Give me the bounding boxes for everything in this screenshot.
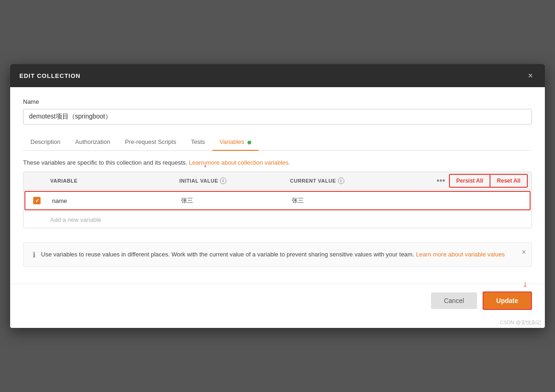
info-banner: ℹ Use variables to reuse values in diffe… <box>23 242 532 267</box>
variables-table-container: ↓ VARIABLE INITIAL VALUE i CU <box>23 172 532 228</box>
table-actions: ••• Persist All Reset All <box>433 172 531 190</box>
add-row-actions <box>504 215 531 225</box>
row-actions <box>502 196 530 205</box>
learn-more-variable-values-link[interactable]: Learn more about variable values <box>416 251 505 258</box>
variables-info-text: These variables are specific to this col… <box>23 159 532 166</box>
watermark: CSDN @安忱杂记 <box>10 317 545 328</box>
tab-tests[interactable]: Tests <box>183 134 212 151</box>
update-button-wrapper: ↓ Update <box>483 291 532 310</box>
learn-more-link[interactable]: Learn more about collection variables. <box>189 159 290 166</box>
dialog-title: EDIT COLLECTION <box>19 72 81 79</box>
variables-dot <box>248 141 251 144</box>
variables-table: VARIABLE INITIAL VALUE i CURRENT VALUE i… <box>23 172 532 228</box>
edit-collection-dialog: EDIT COLLECTION × Name Description Autho… <box>10 64 545 328</box>
th-checkbox <box>24 172 47 190</box>
row-initial-value[interactable]: 张三 <box>177 192 288 209</box>
banner-close-button[interactable]: × <box>522 248 526 256</box>
tab-bar: Description Authorization Pre-request Sc… <box>23 134 532 151</box>
tab-variables[interactable]: Variables <box>213 134 259 151</box>
tab-pre-request-scripts[interactable]: Pre-request Scripts <box>118 134 183 151</box>
cancel-button[interactable]: Cancel <box>431 292 477 309</box>
table-columns: VARIABLE INITIAL VALUE i CURRENT VALUE i <box>24 172 433 190</box>
more-options-icon[interactable]: ••• <box>437 176 445 186</box>
row-variable-name[interactable]: name <box>48 193 177 209</box>
update-arrow-annotation: ↓ <box>523 279 527 289</box>
update-button[interactable]: Update <box>483 291 532 310</box>
th-initial-value: INITIAL VALUE i <box>176 172 286 190</box>
info-banner-icon: ℹ <box>33 250 35 259</box>
add-row-checkbox <box>24 215 47 225</box>
add-row-initial[interactable] <box>176 215 286 225</box>
checkbox-checked-icon[interactable] <box>33 197 41 204</box>
initial-value-info-icon[interactable]: i <box>220 178 226 184</box>
table-header-row: VARIABLE INITIAL VALUE i CURRENT VALUE i… <box>24 172 531 190</box>
dialog-body: Name Description Authorization Pre-reque… <box>10 87 545 278</box>
add-variable-row: Add a new variable <box>24 211 531 228</box>
reset-all-button[interactable]: Reset All <box>490 174 528 188</box>
tab-authorization[interactable]: Authorization <box>68 134 118 151</box>
close-button[interactable]: × <box>525 71 536 81</box>
variable-row-name: name 张三 张三 <box>24 191 531 210</box>
add-variable-placeholder[interactable]: Add a new variable <box>47 212 176 228</box>
dialog-header: EDIT COLLECTION × <box>10 64 545 87</box>
name-label: Name <box>23 98 532 105</box>
th-current-value: CURRENT VALUE i <box>286 172 433 190</box>
current-value-info-icon[interactable]: i <box>338 178 344 184</box>
collection-name-input[interactable] <box>23 109 532 125</box>
tab-description[interactable]: Description <box>23 134 68 151</box>
row-checkbox[interactable] <box>25 192 48 209</box>
row-current-value[interactable]: 张三 <box>288 192 502 209</box>
persist-all-button[interactable]: Persist All <box>449 174 490 188</box>
add-row-current[interactable] <box>286 215 504 225</box>
th-variable: VARIABLE <box>47 172 176 190</box>
dialog-footer: Cancel ↓ Update <box>10 284 545 317</box>
info-banner-text: Use variables to reuse values in differe… <box>41 250 505 259</box>
